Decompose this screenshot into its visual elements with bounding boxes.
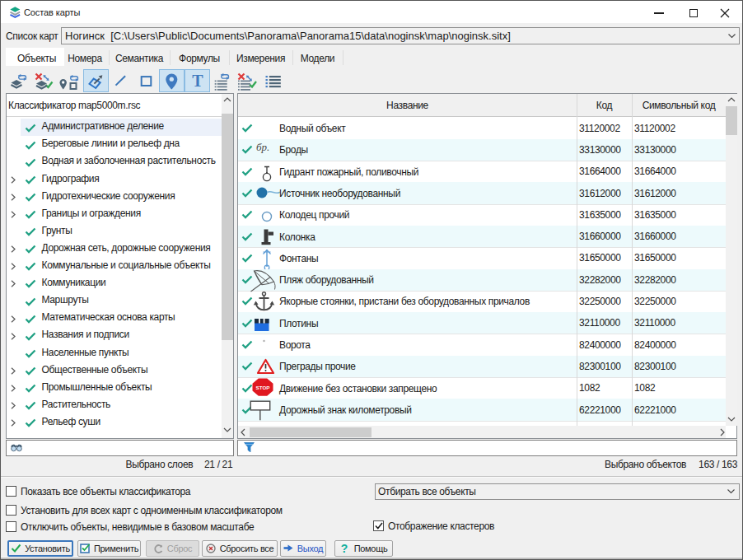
- svg-text:?: ?: [340, 542, 348, 555]
- svg-text:STOP: STOP: [255, 385, 269, 390]
- svg-text:бр.: бр.: [256, 141, 269, 153]
- svg-text:T: T: [192, 72, 203, 90]
